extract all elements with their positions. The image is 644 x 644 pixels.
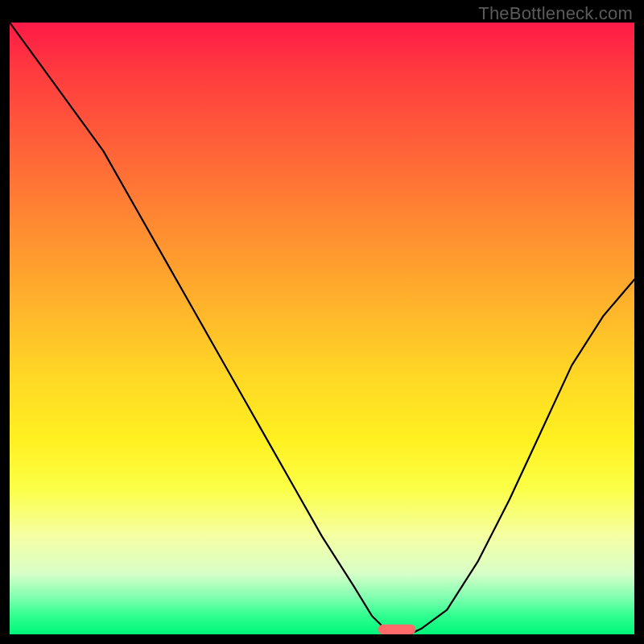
- plot-area: [10, 23, 634, 634]
- chart-frame: TheBottleneck.com: [0, 0, 644, 644]
- bottleneck-curve: [10, 23, 634, 634]
- optimum-marker: [378, 625, 416, 634]
- watermark-text: TheBottleneck.com: [478, 3, 633, 24]
- overlay-svg: [10, 23, 634, 634]
